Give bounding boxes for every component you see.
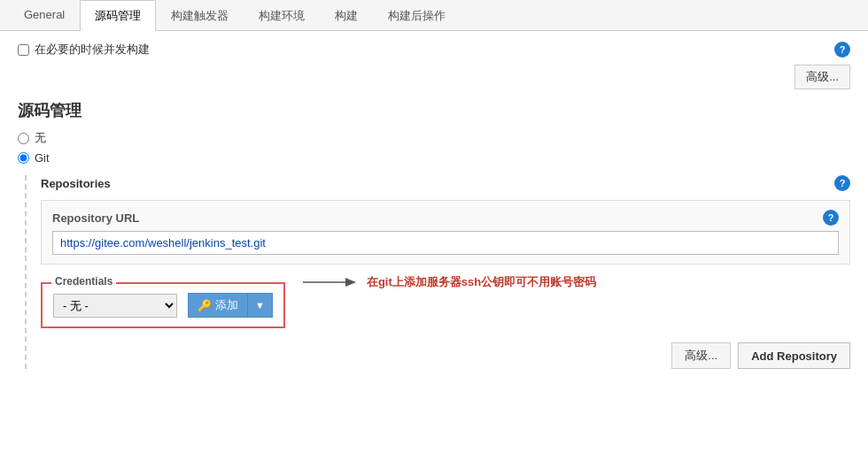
credentials-label: Credentials [51,275,116,288]
radio-none-option[interactable]: 无 [18,130,850,146]
concurrent-build-checkbox[interactable] [18,44,29,56]
section-title: 源码管理 [18,100,850,121]
tab-general[interactable]: General [9,0,80,31]
tab-build[interactable]: 构建 [320,0,373,31]
top-row: 在必要的时候并发构建 ? [18,42,850,58]
advanced-button-top[interactable]: 高级... [794,65,850,89]
radio-git-input[interactable] [18,152,29,164]
scm-radio-group: 无 Git [18,130,850,165]
annotation-arrow-icon [303,273,356,291]
tab-post-build[interactable]: 构建后操作 [373,0,461,31]
credentials-box: Credentials - 无 - 🔑 添加 ▼ [41,282,285,328]
tab-triggers[interactable]: 构建触发器 [156,0,244,31]
radio-none-input[interactable] [18,133,29,144]
svg-marker-1 [345,278,356,287]
concurrent-build-row: 在必要的时候并发构建 [18,42,150,58]
concurrent-build-label[interactable]: 在必要的时候并发构建 [35,42,150,58]
credentials-content: - 无 - 🔑 添加 ▼ [53,293,273,318]
radio-git-option[interactable]: Git [18,151,850,165]
tab-source[interactable]: 源码管理 [80,0,156,31]
add-credentials-btn-wrapper: 🔑 添加 ▼ [188,293,273,318]
tab-environment[interactable]: 构建环境 [244,0,320,31]
add-credentials-arrow-button[interactable]: ▼ [247,293,273,318]
tabs-bar: General 源码管理 构建触发器 构建环境 构建 构建后操作 [0,0,868,31]
repositories-title: Repositories [41,177,111,190]
repo-url-label-text: Repository URL [52,211,139,225]
repositories-section: Repositories ? Repository URL ? Credenti… [25,175,850,369]
advanced-button-bottom[interactable]: 高级... [671,342,731,369]
repo-url-help-icon[interactable]: ? [823,210,839,226]
repo-url-field-label: Repository URL ? [52,210,839,226]
add-credentials-main-button[interactable]: 🔑 添加 [188,293,247,318]
add-button-label: 添加 [215,297,238,313]
credentials-select[interactable]: - 无 - [53,294,177,318]
main-content: 在必要的时候并发构建 ? 高级... 源码管理 无 Git Repositori… [0,31,868,387]
add-repository-button[interactable]: Add Repository [738,342,850,369]
repositories-header: Repositories ? [41,175,850,191]
radio-git-label: Git [35,151,50,165]
concurrent-build-help-icon[interactable]: ? [834,42,850,58]
bottom-buttons: 高级... Add Repository [41,342,850,369]
repositories-help-icon[interactable]: ? [834,175,850,191]
key-icon: 🔑 [198,299,212,312]
annotation-row: 在git上添加服务器ssh公钥即可不用账号密码 [303,273,596,291]
radio-none-label: 无 [35,130,46,146]
repo-url-input[interactable] [52,231,839,255]
annotation-text: 在git上添加服务器ssh公钥即可不用账号密码 [367,274,596,290]
repo-url-section: Repository URL ? [41,200,850,265]
